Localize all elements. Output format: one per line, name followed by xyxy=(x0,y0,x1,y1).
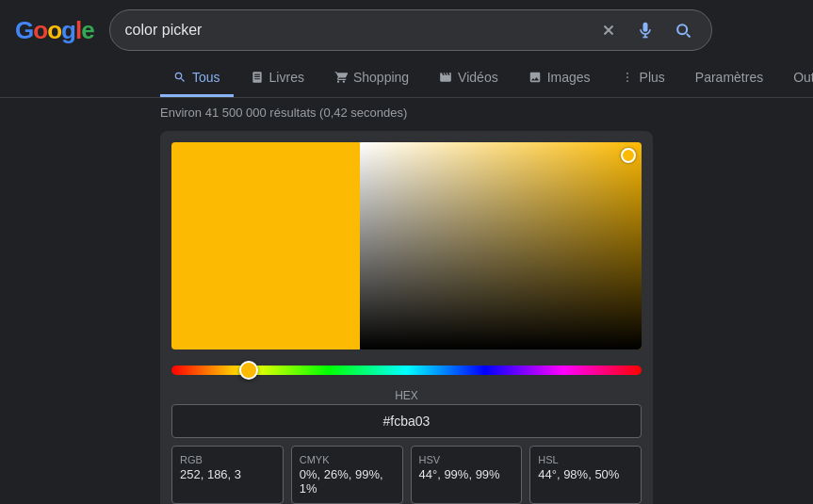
cmyk-box[interactable]: CMYK 0%, 26%, 99%, 1% xyxy=(291,446,403,504)
header: Google xyxy=(0,0,813,60)
color-preview xyxy=(171,142,360,350)
tab-livres-label: Livres xyxy=(269,70,304,85)
svg-point-6 xyxy=(626,80,628,82)
hex-input[interactable] xyxy=(180,414,633,429)
hue-slider-thumb[interactable] xyxy=(239,361,258,380)
tab-plus[interactable]: Plus xyxy=(608,60,678,97)
hue-slider-wrapper[interactable] xyxy=(171,361,642,380)
tab-outils-label: Outils xyxy=(793,70,813,85)
cmyk-value: 0%, 26%, 99%, 1% xyxy=(300,467,395,496)
hsl-value: 44°, 98%, 50% xyxy=(538,467,633,481)
voice-search-button[interactable] xyxy=(632,17,659,43)
tab-shopping[interactable]: Shopping xyxy=(321,60,422,97)
tab-videos-label: Vidéos xyxy=(458,70,498,85)
hsl-label: HSL xyxy=(538,454,633,465)
color-picker: HEX RGB 252, 186, 3 CMYK 0%, 26%, 99%, 1… xyxy=(160,131,653,504)
rgb-label: RGB xyxy=(180,454,275,465)
svg-point-5 xyxy=(626,76,628,78)
tab-plus-label: Plus xyxy=(640,70,665,85)
hex-label: HEX xyxy=(171,389,642,402)
tab-parametres-label: Paramètres xyxy=(695,70,763,85)
gradient-cursor[interactable] xyxy=(621,148,636,163)
tab-images-label: Images xyxy=(547,70,591,85)
cmyk-label: CMYK xyxy=(300,454,395,465)
tab-videos[interactable]: Vidéos xyxy=(426,60,512,97)
results-info: Environ 41 500 000 résultats (0,42 secon… xyxy=(0,98,813,127)
color-gradient[interactable] xyxy=(360,142,642,350)
hsl-box[interactable]: HSL 44°, 98%, 50% xyxy=(529,446,642,504)
google-logo: Google xyxy=(15,16,94,45)
search-input[interactable] xyxy=(125,22,596,39)
rgb-box[interactable]: RGB 252, 186, 3 xyxy=(171,446,284,504)
clear-button[interactable] xyxy=(596,18,621,42)
color-values-row: RGB 252, 186, 3 CMYK 0%, 26%, 99%, 1% HS… xyxy=(171,446,642,504)
hex-input-wrapper xyxy=(171,404,642,438)
rgb-value: 252, 186, 3 xyxy=(180,467,275,481)
tab-shopping-label: Shopping xyxy=(353,70,409,85)
hex-section: HEX xyxy=(171,389,642,438)
tab-tous-label: Tous xyxy=(192,70,220,85)
search-bar xyxy=(109,9,712,51)
hsv-box[interactable]: HSV 44°, 99%, 99% xyxy=(411,446,523,504)
hsv-label: HSV xyxy=(419,454,514,465)
tab-images[interactable]: Images xyxy=(515,60,604,97)
search-button[interactable] xyxy=(670,17,696,43)
tab-livres[interactable]: Livres xyxy=(237,60,317,97)
tab-outils[interactable]: Outils xyxy=(780,60,813,97)
color-gradient-wrapper[interactable] xyxy=(171,142,642,350)
hsv-value: 44°, 99%, 99% xyxy=(419,467,514,481)
tab-parametres[interactable]: Paramètres xyxy=(682,60,776,97)
search-icons xyxy=(596,17,696,43)
nav-right: Paramètres Outils xyxy=(682,60,813,97)
nav-tabs: Tous Livres Shopping Vidéos Images Plus … xyxy=(0,60,813,98)
svg-point-4 xyxy=(626,73,628,74)
tab-tous[interactable]: Tous xyxy=(160,60,234,97)
